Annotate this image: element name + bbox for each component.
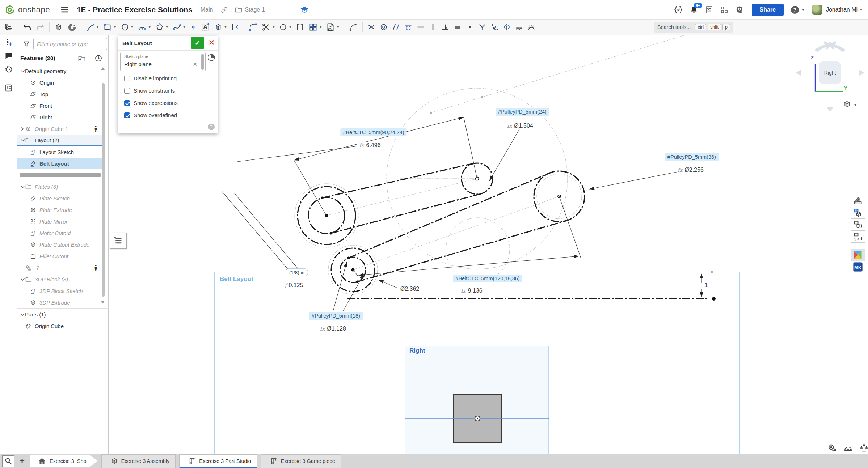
- spline-caret-icon[interactable]: ▼: [183, 25, 186, 29]
- checkbox-show-expressions[interactable]: Show expressions: [121, 100, 178, 106]
- measure-length-icon[interactable]: [827, 443, 837, 453]
- feature-row-front[interactable]: Front: [17, 100, 102, 111]
- configuration-panel-button[interactable]: [851, 207, 865, 219]
- view-cube-face[interactable]: Right: [819, 61, 841, 84]
- constraint-parallel-button[interactable]: [390, 22, 402, 33]
- search-tools[interactable]: Search tools...ctrlshiftp: [654, 22, 733, 33]
- dim-0-125[interactable]: ƒ0.125: [283, 282, 304, 289]
- view-mode-cube-icon[interactable]: [843, 100, 851, 109]
- insert-feature-icon[interactable]: [4, 38, 13, 47]
- checkbox-box[interactable]: [124, 76, 130, 81]
- feature-row-plate-mirror[interactable]: Plate Mirror: [17, 216, 102, 227]
- learning-icon[interactable]: [735, 5, 744, 14]
- pulley-36-label[interactable]: #PulleyPD_5mm(36): [665, 153, 719, 161]
- belt-ctc-90-value[interactable]: fx6.496: [358, 142, 382, 149]
- constraint-fix-button[interactable]: [513, 22, 525, 33]
- tree-scroll-down-icon[interactable]: [101, 301, 105, 303]
- dim-edit-box[interactable]: (1/8) in: [286, 269, 308, 276]
- rotate-west-arrow[interactable]: [796, 69, 801, 76]
- notifications-bell-icon[interactable]: 9+: [690, 5, 698, 14]
- belt-ctc-90-label[interactable]: #BeltCTC_5mm(90,24,24): [340, 128, 406, 136]
- pulley-24-label[interactable]: #PulleyPD_5mm(24): [496, 108, 549, 116]
- dialog-accept-button[interactable]: ✓: [191, 37, 204, 49]
- feature-row-default-geometry[interactable]: Default geometry: [17, 65, 102, 77]
- constraint-perpendicular-button[interactable]: [439, 22, 451, 33]
- feature-row-plate-cutout-extrude[interactable]: Plate Cutout Extrude: [17, 239, 102, 250]
- import-dxf-dwg-button[interactable]: DXF▼: [324, 21, 341, 33]
- mirror-button[interactable]: [294, 21, 306, 33]
- tree-scroll-up-icon[interactable]: [101, 67, 105, 70]
- belt-ctc-120-value[interactable]: fx9.136: [460, 288, 483, 294]
- offset-edge-button[interactable]: [229, 22, 241, 33]
- feature-row-origin-cube-1[interactable]: Origin Cube 1•●•: [17, 123, 102, 135]
- constraint-pierce-button[interactable]: [476, 22, 488, 33]
- share-button[interactable]: Share: [752, 4, 784, 16]
- chevron-down-icon[interactable]: [20, 312, 25, 317]
- checkbox-box[interactable]: [124, 112, 130, 118]
- constraint-horizontal-button[interactable]: [415, 22, 426, 33]
- feature-row-item[interactable]: ?•●•: [17, 262, 102, 273]
- version-name[interactable]: Stage 1: [245, 7, 265, 13]
- trim-button[interactable]: ▼: [260, 21, 277, 33]
- spline-button[interactable]: ▼: [171, 21, 187, 33]
- checkbox-show-constraints[interactable]: Show constraints: [121, 88, 175, 94]
- onshape-logo-icon[interactable]: [4, 4, 15, 15]
- point-button[interactable]: [188, 22, 198, 32]
- feature-row-3dp-block-sketch[interactable]: 3DP Block Sketch: [17, 285, 102, 297]
- feature-row-3dp-extrude[interactable]: 3DP Extrude: [17, 297, 102, 308]
- link-icon[interactable]: [220, 6, 228, 14]
- dim-2-362[interactable]: Ø2.362: [400, 286, 420, 292]
- import-dxf-dwg-caret-icon[interactable]: ▼: [336, 25, 340, 29]
- tab-exercise-3-game-piece[interactable]: Exercise 3 Game piece: [261, 454, 341, 468]
- document-title[interactable]: 1E - Practice Exercise Solutions: [77, 5, 193, 14]
- parts-header-row[interactable]: Parts (1): [17, 309, 102, 320]
- constraint-normal-button[interactable]: [526, 22, 537, 33]
- field-scrollbar[interactable]: [201, 54, 204, 70]
- corner-rectangle-button[interactable]: ▼: [101, 21, 118, 33]
- hamburger-menu-icon[interactable]: [60, 5, 69, 14]
- tab-search-button[interactable]: [2, 455, 14, 467]
- sketch-state-pie-icon[interactable]: [207, 53, 216, 62]
- constraint-tangent-button[interactable]: [403, 22, 414, 33]
- checkbox-disable-imprinting[interactable]: Disable imprinting: [121, 75, 177, 81]
- configuration-inputs-button[interactable]: [851, 218, 865, 231]
- feature-list-button[interactable]: [3, 21, 15, 33]
- app-store-icon[interactable]: [720, 5, 729, 14]
- tab-exercise-3-assembly[interactable]: Exercise 3 Assembly: [101, 454, 176, 468]
- pulley-36-value[interactable]: fxØ2.256: [677, 167, 705, 173]
- help-caret-icon[interactable]: ▼: [801, 8, 805, 12]
- checkbox-box[interactable]: [124, 88, 130, 94]
- feature-history-icon[interactable]: [94, 54, 103, 63]
- clear-selection-icon[interactable]: ✕: [193, 61, 197, 68]
- featurescript-icon[interactable]: [674, 5, 683, 14]
- revolve-button[interactable]: [66, 21, 78, 33]
- center-point-circle-button[interactable]: ▼: [119, 21, 135, 33]
- feature-row-plates-6[interactable]: Plates (6): [17, 181, 102, 192]
- feature-row-belt-layout[interactable]: Belt Layout: [17, 158, 102, 169]
- corner-rectangle-caret-icon[interactable]: ▼: [113, 25, 117, 29]
- measure-angle-icon[interactable]: [843, 443, 853, 453]
- inscribed-polygon-caret-icon[interactable]: ▼: [165, 25, 169, 29]
- sketch-plane-field[interactable]: Sketch plane Right plane ✕: [120, 52, 206, 71]
- constraint-midpoint-button[interactable]: [464, 22, 476, 33]
- view-mode-caret-icon[interactable]: ▼: [854, 103, 857, 107]
- feature-row-fillet-cutout[interactable]: Fillet Cutout: [17, 250, 102, 262]
- feature-kebab-icon[interactable]: •●•: [94, 264, 97, 271]
- home-icon[interactable]: [38, 457, 46, 465]
- rollback-bar[interactable]: [20, 173, 101, 177]
- tree-scrollbar-thumb[interactable]: [102, 83, 105, 297]
- pulley-24-value[interactable]: fxØ1.504: [506, 123, 534, 129]
- constraint-vertical-button[interactable]: [427, 22, 439, 33]
- center-point-circle-caret-icon[interactable]: ▼: [131, 25, 134, 29]
- app-mk-button[interactable]: MK: [851, 261, 865, 273]
- feature-row-right[interactable]: Right: [17, 111, 102, 123]
- tasks-icon[interactable]: [705, 5, 713, 14]
- inscribed-polygon-button[interactable]: ▼: [153, 21, 170, 33]
- chevron-down-icon[interactable]: [20, 277, 25, 282]
- pulley-18-value[interactable]: fxØ1.128: [319, 326, 347, 332]
- chevron-down-icon[interactable]: [20, 184, 25, 190]
- extrude-button[interactable]: [52, 21, 65, 33]
- help-icon[interactable]: ?: [790, 5, 800, 14]
- checkbox-box[interactable]: [124, 100, 130, 106]
- chevron-right-icon[interactable]: [20, 126, 25, 132]
